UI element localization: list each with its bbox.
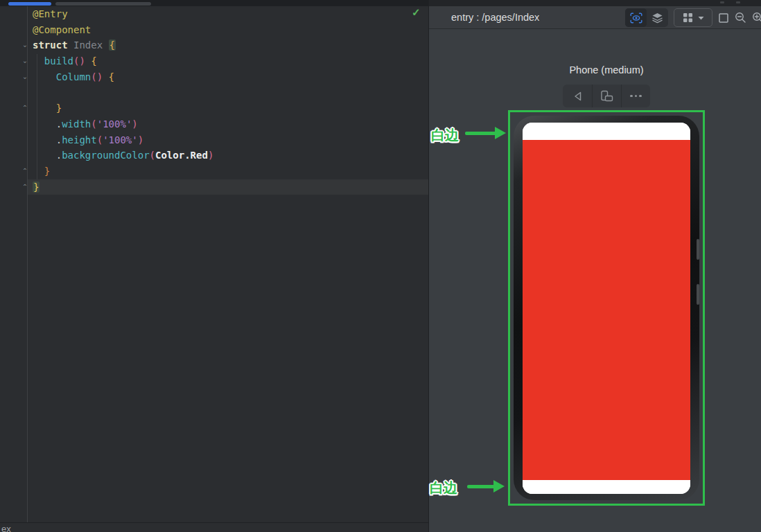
- code-line[interactable]: .backgroundColor(Color.Red): [33, 148, 421, 163]
- editor-tab-strip: [0, 0, 428, 6]
- code-line[interactable]: .height('100%'): [33, 132, 421, 148]
- code-token: @Entry: [33, 8, 68, 19]
- annotation-top-arrow: [465, 132, 496, 135]
- previewer-top-strip: [429, 0, 761, 6]
- phone-screen[interactable]: [523, 123, 690, 494]
- code-token: ): [208, 150, 213, 161]
- screen-red-column[interactable]: [523, 140, 690, 480]
- zoom-out-button[interactable]: [735, 12, 746, 24]
- code-line[interactable]: @Entry: [33, 6, 421, 22]
- code-line[interactable]: }: [33, 100, 421, 116]
- annotation-bottom-arrow: [467, 485, 495, 488]
- screen-white-top-edge: [523, 123, 690, 140]
- fold-marker-icon[interactable]: ⌄: [20, 53, 30, 69]
- code-token: ): [138, 134, 143, 145]
- code-token: .: [56, 118, 62, 130]
- code-token: struct: [33, 39, 68, 51]
- code-token: (: [91, 118, 96, 130]
- fold-marker-icon[interactable]: ⌃: [20, 100, 30, 116]
- dropdown-arrow-icon: [698, 16, 704, 20]
- code-token: Index: [68, 39, 109, 51]
- inspection-ok-check-icon[interactable]: ✓: [412, 6, 421, 19]
- fold-marker-icon[interactable]: ⌃: [20, 179, 30, 195]
- layers-button[interactable]: [647, 8, 668, 27]
- code-token: Color.Red: [155, 150, 208, 161]
- fold-marker-icon[interactable]: ⌄: [20, 37, 30, 53]
- code-token: {: [109, 71, 114, 82]
- fold-gutter: ⌄⌄⌄⌃⌃⌃: [20, 6, 30, 522]
- annotation-bottom-arrowhead-icon: [493, 480, 505, 493]
- inactive-tab-indicator[interactable]: [55, 2, 151, 6]
- phone-mockup: [514, 116, 699, 500]
- rotate-device-button[interactable]: [592, 85, 621, 107]
- code-token: .: [56, 134, 62, 145]
- annotation-top-arrowhead-icon: [495, 127, 506, 139]
- code-line[interactable]: build() {: [33, 53, 421, 69]
- active-tab-indicator[interactable]: [8, 2, 51, 6]
- back-triangle-icon: [572, 91, 583, 102]
- inspector-toggle-group: [625, 8, 668, 27]
- frame-icon: [718, 12, 729, 24]
- inspector-eye-button[interactable]: [625, 8, 647, 27]
- previewer-page-title: entry : /pages/Index: [451, 6, 539, 29]
- code-token: Column: [56, 71, 91, 82]
- code-line[interactable]: @Component: [33, 22, 421, 38]
- previewer-header: entry : /pages/Index: [429, 6, 761, 29]
- editor-bottom-bar: ex: [0, 522, 428, 532]
- previewer-toolbar: [625, 8, 761, 27]
- preview-mode-dropdown[interactable]: [674, 8, 712, 27]
- zoom-out-icon: [735, 12, 746, 24]
- device-profile-label: Phone (medium): [537, 64, 676, 76]
- clipped-icon: [736, 1, 740, 3]
- code-token: @Component: [33, 24, 91, 35]
- phone-side-button: [697, 284, 699, 305]
- code-token: [103, 71, 108, 82]
- code-token: width: [62, 118, 91, 130]
- grid-view-icon: [683, 12, 693, 23]
- code-line[interactable]: Column() {: [33, 69, 421, 85]
- code-line[interactable]: }: [33, 163, 421, 179]
- code-token: }: [56, 103, 62, 114]
- device-controls-group: [563, 85, 650, 107]
- code-token: '100%': [103, 134, 138, 145]
- code-line[interactable]: [33, 85, 421, 100]
- code-line[interactable]: struct Index {: [33, 37, 421, 53]
- code-token: }: [44, 166, 50, 177]
- screen-white-bottom-edge: [523, 480, 690, 494]
- fold-marker-icon[interactable]: ⌃: [20, 163, 30, 179]
- zoom-in-icon: [752, 12, 761, 24]
- code-token: (): [73, 55, 85, 66]
- code-token: {: [109, 39, 116, 51]
- code-token: (): [91, 71, 103, 82]
- code-text[interactable]: @Entry@Componentstruct Index {build() {C…: [33, 6, 421, 195]
- code-token: build: [44, 55, 73, 66]
- frame-button[interactable]: [718, 12, 729, 24]
- layers-icon: [651, 12, 663, 24]
- clipped-icon: [720, 1, 724, 3]
- code-token: backgroundColor: [62, 150, 149, 161]
- phone-side-button: [697, 239, 699, 260]
- code-line[interactable]: }: [33, 179, 421, 195]
- code-token: (: [97, 134, 103, 145]
- code-line[interactable]: .width('100%'): [33, 116, 421, 132]
- ellipsis-icon: [630, 95, 642, 98]
- code-token: (: [150, 150, 155, 161]
- back-button[interactable]: [563, 85, 592, 107]
- code-token: {: [91, 55, 96, 66]
- ide-window: ⌄⌄⌄⌃⌃⌃ @Entry@Componentstruct Index {bui…: [0, 0, 761, 532]
- rotate-device-icon: [600, 90, 613, 102]
- code-editor-panel[interactable]: ⌄⌄⌄⌃⌃⌃ @Entry@Componentstruct Index {bui…: [0, 0, 428, 532]
- fold-marker-icon[interactable]: ⌄: [20, 69, 30, 85]
- inspector-eye-icon: [630, 12, 642, 24]
- annotation-bottom-label: 白边: [430, 479, 457, 497]
- more-options-button[interactable]: [621, 85, 650, 107]
- code-token: }: [33, 181, 40, 193]
- code-token: ): [132, 118, 137, 130]
- annotation-top-label: 白边: [431, 126, 459, 145]
- breadcrumb-clipped[interactable]: ex: [1, 524, 11, 532]
- code-token: .: [56, 150, 62, 161]
- zoom-in-button[interactable]: [752, 12, 761, 24]
- code-token: height: [62, 134, 97, 145]
- code-token: '100%': [97, 118, 132, 130]
